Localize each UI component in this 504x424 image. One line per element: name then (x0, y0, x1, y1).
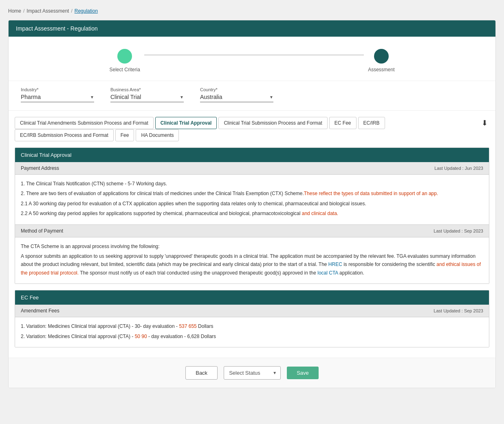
amount2-highlighted: 50 90 (135, 334, 147, 339)
country-value: Australia (200, 94, 266, 100)
tab-fee[interactable]: Fee (115, 129, 134, 141)
business-area-value: Clinical Trial (110, 94, 176, 100)
tab-ec-fee[interactable]: EC Fee (329, 117, 357, 129)
download-button[interactable]: ⬇ (480, 117, 489, 129)
step2-label: Assessment (368, 67, 394, 72)
criteria-section: Industry* Pharma ▼ Business Area* Clinic… (9, 81, 495, 110)
breadcrumb-sep1: / (23, 8, 24, 14)
section2-title: EC Fee (15, 290, 489, 305)
payment-line1: 1. The Clinical Trials Notification (CTN… (21, 180, 483, 188)
subsection-amendment-fees: Amendment Fees Last Updated : Sep 2023 1… (15, 305, 489, 347)
page-title: Impact Assessment - Regulation (9, 20, 495, 37)
footer: Back Select Status Save (9, 358, 495, 388)
method-line1: The CTA Scheme is an approval process in… (21, 242, 483, 250)
payment-address-body: 1. The Clinical Trials Notification (CTN… (15, 175, 489, 224)
payment-address-header: Payment Address Last Updated : Jun 2023 (15, 162, 489, 175)
industry-label: Industry* (21, 87, 94, 92)
method-payment-updated: Last Updated : Sep 2023 (434, 228, 483, 233)
main-card: Impact Assessment - Regulation Select Cr… (8, 20, 496, 388)
amendment-line1: 1. Variation: Medicines Clinical trial a… (21, 322, 483, 330)
breadcrumb: Home / Impact Assessment / Regulation (8, 8, 496, 14)
svg-point-0 (121, 53, 128, 60)
local-cta-link[interactable]: local CTA (317, 270, 338, 276)
tabs-container: Clinical Trial Amendments Submission Pro… (9, 110, 495, 129)
business-area-arrow-icon: ▼ (180, 95, 184, 99)
amendment-fees-title: Amendment Fees (21, 308, 59, 314)
tab-ct-submission[interactable]: Clinical Trial Submission Process and Fo… (218, 117, 327, 129)
ethical-text: and ethical issues of the proposed trial… (21, 261, 481, 275)
tab-ec-irb[interactable]: EC/IRB (358, 117, 385, 129)
amount1-highlighted: 537 655 (179, 323, 196, 329)
country-field: Country* Australia ▼ (200, 87, 273, 102)
industry-dropdown[interactable]: Pharma ▼ (21, 94, 94, 102)
hrec-link[interactable]: HREC (328, 261, 342, 267)
step-assessment: Assessment (368, 49, 394, 72)
country-label: Country* (200, 87, 273, 92)
tab-ct-amendments[interactable]: Clinical Trial Amendments Submission Pro… (15, 117, 154, 129)
select-status-wrapper: Select Status (224, 366, 281, 380)
breadcrumb-home[interactable]: Home (8, 8, 21, 14)
business-area-label: Business Area* (110, 87, 184, 92)
step-select-criteria: Select Criteria (110, 49, 140, 72)
amendment-line2: 2. Variation: Medicines Clinical trial a… (21, 332, 483, 341)
tab-ha-documents[interactable]: HA Documents (136, 129, 179, 141)
payment-address-title: Payment Address (21, 165, 59, 171)
content-area: Clinical Trial Approval Payment Address … (9, 143, 495, 358)
payment-highlighted1: These reflect the types of data submitte… (304, 191, 438, 196)
select-status[interactable]: Select Status (224, 366, 281, 380)
country-arrow-icon: ▼ (269, 95, 273, 99)
method-payment-body: The CTA Scheme is an approval process in… (15, 237, 489, 284)
section-ec-fee: EC Fee Amendment Fees Last Updated : Sep… (15, 290, 489, 347)
method-payment-title: Method of Payment (21, 228, 63, 234)
subsection-method-of-payment: Method of Payment Last Updated : Sep 202… (15, 224, 489, 284)
payment-line4: 2.2 A 50 working day period applies for … (21, 209, 483, 217)
section-clinical-trial-approval: Clinical Trial Approval Payment Address … (15, 147, 489, 284)
tab-ct-approval[interactable]: Clinical Trial Approval (155, 117, 217, 129)
back-button[interactable]: Back (185, 366, 218, 380)
business-area-dropdown[interactable]: Clinical Trial ▼ (110, 94, 184, 102)
method-payment-header: Method of Payment Last Updated : Sep 202… (15, 225, 489, 237)
step1-circle (117, 49, 132, 64)
stepper-line (144, 55, 364, 55)
svg-point-1 (374, 49, 388, 63)
amendment-fees-header: Amendment Fees Last Updated : Sep 2023 (15, 305, 489, 317)
payment-address-updated: Last Updated : Jun 2023 (434, 166, 483, 171)
breadcrumb-sep2: / (71, 8, 72, 14)
amendment-fees-updated: Last Updated : Sep 2023 (434, 308, 483, 313)
breadcrumb-regulation[interactable]: Regulation (75, 8, 98, 14)
save-button[interactable]: Save (287, 367, 319, 379)
payment-line3: 2.1 A 30 working day period for evaluati… (21, 200, 483, 208)
method-line2: A sponsor submits an application to us s… (21, 252, 483, 277)
tab-ec-irb-submission[interactable]: EC/IRB Submission Process and Format (15, 129, 114, 141)
payment-highlighted2: and clinical data. (302, 211, 338, 216)
business-area-field: Business Area* Clinical Trial ▼ (110, 87, 184, 102)
country-dropdown[interactable]: Australia ▼ (200, 94, 273, 102)
stepper: Select Criteria Assessment (9, 37, 495, 81)
amendment-fees-body: 1. Variation: Medicines Clinical trial a… (15, 317, 489, 347)
step1-label: Select Criteria (110, 67, 140, 72)
industry-field: Industry* Pharma ▼ (21, 87, 94, 102)
payment-line2: 2. There are two tiers of evaluation of … (21, 189, 483, 198)
breadcrumb-impact-assessment[interactable]: Impact Assessment (26, 8, 69, 14)
step2-circle (374, 49, 389, 64)
industry-value: Pharma (21, 94, 87, 100)
industry-arrow-icon: ▼ (90, 95, 94, 99)
section1-title: Clinical Trial Approval (15, 148, 489, 162)
subsection-payment-address: Payment Address Last Updated : Jun 2023 … (15, 162, 489, 224)
